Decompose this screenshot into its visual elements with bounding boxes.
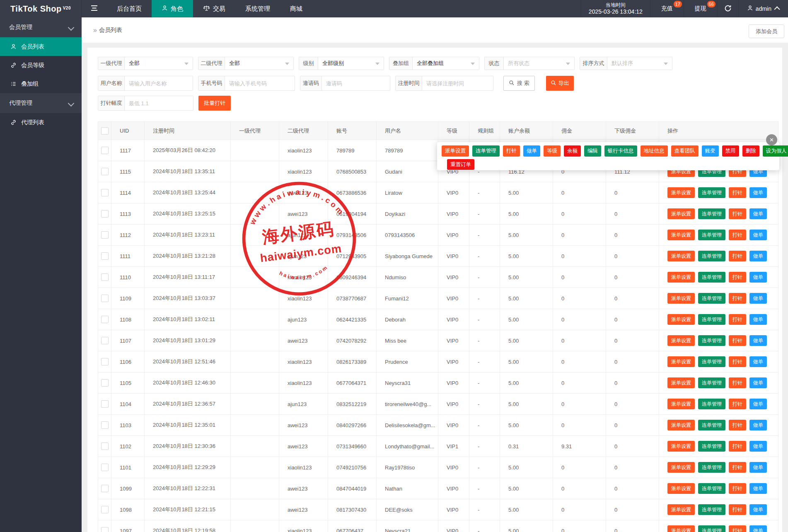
add-member-button[interactable]: 添加会员 — [749, 24, 784, 38]
action-chain-order-button[interactable]: 连单管理 — [698, 399, 725, 409]
action-chain-order-button[interactable]: 连单管理 — [698, 230, 725, 240]
action-chain-order-button[interactable]: 连单管理 — [698, 314, 725, 325]
topnav-item-0[interactable]: 后台首页 — [107, 0, 152, 17]
sidebar-item-0-1[interactable]: 会员等级 — [0, 56, 82, 75]
action-chain-order-button[interactable]: 连单管理 — [698, 377, 725, 388]
action-inject-button[interactable]: 打针 — [729, 335, 746, 346]
topnav-item-2[interactable]: 交易 — [193, 0, 235, 17]
row-checkbox[interactable] — [101, 231, 109, 239]
action-make-order-button[interactable]: 做单 — [749, 314, 767, 325]
action-dispatch-settings-button[interactable]: 派单设置 — [667, 208, 695, 219]
sidebar-item-0-2[interactable]: 叠加组 — [0, 75, 82, 93]
filter-select-value[interactable]: 全部叠加组 — [413, 57, 479, 70]
export-button[interactable]: 导出 — [546, 76, 574, 91]
inject-range-input[interactable] — [125, 96, 206, 110]
action-chain-order-button[interactable]: 连单管理 — [698, 293, 725, 304]
popup-delete-button[interactable]: 删除 — [742, 145, 759, 157]
action-chain-order-button[interactable]: 连单管理 — [698, 356, 725, 367]
action-dispatch-settings-button[interactable]: 派单设置 — [667, 525, 695, 532]
action-inject-button[interactable]: 打针 — [729, 377, 746, 388]
action-dispatch-settings-button[interactable]: 派单设置 — [667, 272, 695, 283]
filter-input-field-0[interactable] — [125, 76, 206, 90]
row-checkbox[interactable] — [101, 527, 109, 532]
recharge-button[interactable]: 充值 17 — [650, 0, 684, 17]
action-dispatch-settings-button[interactable]: 派单设置 — [667, 420, 695, 430]
action-inject-button[interactable]: 打针 — [729, 483, 746, 494]
row-checkbox[interactable] — [101, 506, 109, 513]
action-make-order-button[interactable]: 做单 — [749, 399, 767, 409]
filter-input-field-3[interactable] — [422, 76, 503, 90]
popup-view-team-button[interactable]: 查看团队 — [671, 145, 699, 157]
sidebar-toggle-button[interactable] — [82, 0, 107, 17]
action-make-order-button[interactable]: 做单 — [749, 272, 767, 283]
action-inject-button[interactable]: 打针 — [729, 251, 746, 261]
action-chain-order-button[interactable]: 连单管理 — [698, 483, 725, 494]
filter-select-value[interactable]: 全部 — [125, 57, 193, 70]
action-inject-button[interactable]: 打针 — [729, 272, 746, 283]
row-checkbox[interactable] — [101, 316, 109, 323]
topnav-item-3[interactable]: 系统管理 — [235, 0, 280, 17]
action-make-order-button[interactable]: 做单 — [749, 420, 767, 430]
popup-address-button[interactable]: 地址信息 — [641, 145, 668, 157]
action-dispatch-settings-button[interactable]: 派单设置 — [667, 441, 695, 452]
popup-account-change-button[interactable]: 账变 — [702, 145, 719, 157]
sidebar-group-1[interactable]: 代理管理 — [0, 93, 82, 113]
action-inject-button[interactable]: 打针 — [729, 420, 746, 430]
action-chain-order-button[interactable]: 连单管理 — [698, 208, 725, 219]
popup-bank-card-button[interactable]: 银行卡信息 — [604, 145, 637, 157]
action-dispatch-settings-button[interactable]: 派单设置 — [667, 399, 695, 409]
action-make-order-button[interactable]: 做单 — [749, 187, 767, 198]
action-make-order-button[interactable]: 做单 — [749, 462, 767, 473]
refresh-button[interactable] — [717, 0, 738, 17]
action-chain-order-button[interactable]: 连单管理 — [698, 251, 725, 261]
action-chain-order-button[interactable]: 连单管理 — [698, 462, 725, 473]
action-make-order-button[interactable]: 做单 — [749, 293, 767, 304]
filter-input-field-2[interactable] — [322, 76, 403, 90]
row-checkbox[interactable] — [101, 273, 109, 281]
action-chain-order-button[interactable]: 连单管理 — [698, 504, 725, 515]
action-make-order-button[interactable]: 做单 — [749, 525, 767, 532]
popup-level-button[interactable]: 等级 — [544, 145, 561, 157]
action-chain-order-button[interactable]: 连单管理 — [698, 420, 725, 430]
row-checkbox[interactable] — [101, 337, 109, 344]
row-checkbox[interactable] — [101, 443, 109, 450]
action-dispatch-settings-button[interactable]: 派单设置 — [667, 504, 695, 515]
action-make-order-button[interactable]: 做单 — [749, 230, 767, 240]
filter-select-value[interactable]: 全部级别 — [318, 57, 384, 70]
action-inject-button[interactable]: 打针 — [729, 187, 746, 198]
action-dispatch-settings-button[interactable]: 派单设置 — [667, 187, 695, 198]
action-dispatch-settings-button[interactable]: 派单设置 — [667, 483, 695, 494]
batch-inject-button[interactable]: 批量打针 — [198, 96, 231, 111]
action-inject-button[interactable]: 打针 — [729, 314, 746, 325]
sidebar-item-1-0[interactable]: 代理列表 — [0, 113, 82, 132]
action-dispatch-settings-button[interactable]: 派单设置 — [667, 314, 695, 325]
row-checkbox[interactable] — [101, 252, 109, 260]
action-inject-button[interactable]: 打针 — [729, 462, 746, 473]
action-inject-button[interactable]: 打针 — [729, 441, 746, 452]
action-inject-button[interactable]: 打针 — [729, 525, 746, 532]
action-dispatch-settings-button[interactable]: 派单设置 — [667, 335, 695, 346]
action-make-order-button[interactable]: 做单 — [749, 483, 767, 494]
filter-select-value[interactable]: 所有状态 — [504, 57, 574, 70]
action-inject-button[interactable]: 打针 — [729, 208, 746, 219]
row-checkbox[interactable] — [101, 210, 109, 218]
action-dispatch-settings-button[interactable]: 派单设置 — [667, 230, 695, 240]
action-make-order-button[interactable]: 做单 — [749, 208, 767, 219]
row-checkbox[interactable] — [101, 400, 109, 408]
row-checkbox[interactable] — [101, 464, 109, 471]
popup-reset-order-button[interactable]: 重置订单 — [447, 159, 474, 170]
action-make-order-button[interactable]: 做单 — [749, 335, 767, 346]
popup-set-fake-button[interactable]: 设为假人 — [763, 145, 788, 157]
popup-balance-button[interactable]: 余额 — [564, 145, 581, 157]
row-checkbox[interactable] — [101, 189, 109, 196]
action-inject-button[interactable]: 打针 — [729, 356, 746, 367]
select-all-checkbox[interactable] — [101, 127, 109, 135]
search-button[interactable]: 搜 索 — [503, 76, 535, 91]
action-inject-button[interactable]: 打针 — [729, 293, 746, 304]
action-make-order-button[interactable]: 做单 — [749, 441, 767, 452]
action-dispatch-settings-button[interactable]: 派单设置 — [667, 462, 695, 473]
action-chain-order-button[interactable]: 连单管理 — [698, 272, 725, 283]
popup-chain-order-button[interactable]: 连单管理 — [472, 145, 500, 157]
row-checkbox[interactable] — [101, 421, 109, 429]
action-inject-button[interactable]: 打针 — [729, 399, 746, 409]
